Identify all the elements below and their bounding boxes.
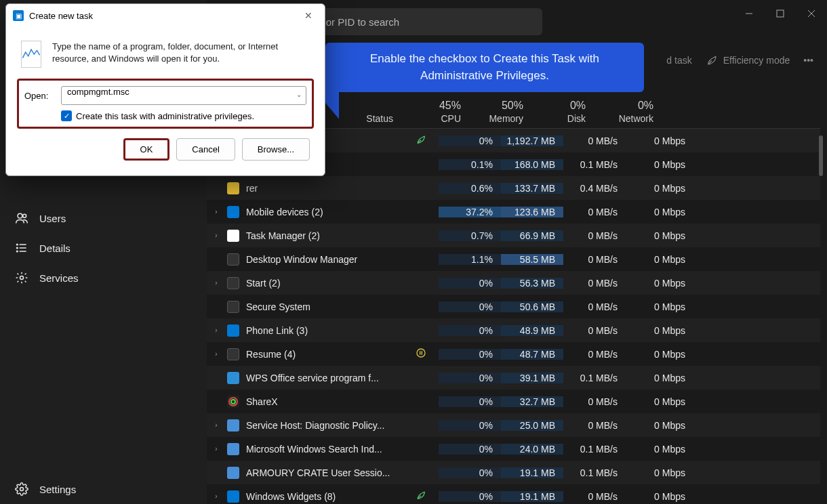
header-network[interactable]: 0%Network	[594, 100, 662, 124]
expand-chevron-icon[interactable]: ›	[212, 208, 220, 215]
cell-cpu: 0.6%	[439, 183, 501, 194]
process-icon	[227, 301, 239, 313]
minimize-button[interactable]	[733, 0, 765, 27]
table-row[interactable]: ›Resume (4)0%48.7 MB0 MB/s0 Mbps	[207, 342, 820, 366]
table-row[interactable]: ›Start (2)0%56.3 MB0 MB/s0 Mbps	[207, 271, 820, 295]
expand-chevron-icon[interactable]: ›	[212, 279, 220, 287]
sidebar-item-services[interactable]: Services	[0, 263, 207, 293]
table-row[interactable]: ShareX0%32.7 MB0 MB/s0 Mbps	[207, 390, 820, 413]
svg-point-17	[229, 398, 237, 406]
table-row[interactable]: ARMOURY CRATE User Sessio...0%19.1 MB0.1…	[207, 461, 820, 484]
header-memory[interactable]: ⌄50%Memory	[469, 89, 531, 124]
sidebar-item-settings[interactable]: Settings	[0, 474, 207, 504]
table-row[interactable]: ›Microsoft Windows Search Ind...0%24.0 M…	[207, 437, 820, 461]
list-icon	[15, 241, 28, 255]
cell-disk: 0 MB/s	[563, 491, 626, 502]
cell-disk: 0.1 MB/s	[563, 159, 626, 170]
cell-cpu: 0%	[439, 467, 501, 478]
process-name: Service Host: Diagnostic Policy...	[246, 420, 384, 431]
process-name: WPS Office service program f...	[246, 373, 379, 383]
table-row[interactable]: ›Task Manager (2)0.7%66.9 MB0 MB/s0 Mbps	[207, 224, 820, 247]
process-name: Desktop Window Manager	[246, 254, 357, 265]
cell-net: 0 Mbps	[626, 325, 693, 336]
process-icon	[227, 372, 239, 384]
svg-point-11	[17, 251, 18, 252]
svg-point-18	[231, 400, 235, 404]
cell-disk: 0 MB/s	[563, 420, 626, 431]
dialog-title: Create new task	[29, 11, 93, 21]
cell-mem: 25.0 MB	[501, 420, 563, 431]
cell-net: 0 Mbps	[626, 396, 693, 407]
run-task-button[interactable]: d task	[666, 55, 691, 66]
cell-mem: 48.9 MB	[501, 325, 563, 336]
header-disk[interactable]: 0%Disk	[531, 100, 594, 124]
cell-disk: 0 MB/s	[563, 301, 626, 312]
dialog-close-button[interactable]: ✕	[299, 7, 318, 24]
cell-cpu: 0.1%	[439, 159, 501, 170]
svg-point-14	[417, 349, 425, 357]
process-name: Windows Widgets (8)	[246, 491, 336, 502]
cell-cpu: 37.2%	[439, 207, 501, 217]
instruction-tooltip: Enable the checkbox to Create this Task …	[325, 43, 644, 92]
table-row[interactable]: ›Phone Link (3)0%48.9 MB0 MB/s0 Mbps	[207, 318, 820, 342]
svg-point-4	[18, 213, 22, 218]
process-name: ARMOURY CRATE User Sessio...	[246, 467, 390, 478]
run-large-icon	[21, 41, 41, 68]
process-name: ShareX	[246, 396, 278, 407]
toolbar: d task Efficiency mode •••	[666, 54, 813, 66]
status-cell	[403, 134, 439, 147]
table-row[interactable]: ›Service Host: Diagnostic Policy...0%25.…	[207, 413, 820, 437]
efficiency-mode-button[interactable]: Efficiency mode	[706, 54, 790, 66]
status-cell	[403, 348, 439, 360]
table-row[interactable]: ›Windows Widgets (8)0%19.1 MB0 MB/s0 Mbp…	[207, 484, 820, 504]
ok-button[interactable]: OK	[123, 138, 170, 161]
cell-mem: 32.7 MB	[501, 396, 563, 407]
sidebar-item-details[interactable]: Details	[0, 233, 207, 263]
process-icon	[227, 324, 239, 337]
cell-cpu: 0%	[439, 349, 501, 360]
cell-net: 0 Mbps	[626, 183, 693, 194]
cell-cpu: 0%	[439, 396, 501, 407]
leaf-icon	[706, 54, 718, 66]
cancel-button[interactable]: Cancel	[176, 138, 235, 161]
expand-chevron-icon[interactable]: ›	[212, 232, 220, 239]
table-row[interactable]: Desktop Window Manager1.1%58.5 MB0 MB/s0…	[207, 247, 820, 271]
expand-chevron-icon[interactable]: ›	[212, 445, 220, 453]
sidebar-item-users[interactable]: Users	[0, 203, 207, 233]
dialog-titlebar: ▣ Create new task ✕	[6, 4, 325, 26]
admin-checkbox-row[interactable]: ✓ Create this task with administrative p…	[61, 110, 306, 121]
table-row[interactable]: ›Mobile devices (2)37.2%123.6 MB0 MB/s0 …	[207, 200, 820, 224]
users-icon	[15, 211, 28, 225]
dialog-form-highlight: Open: compmgmt.msc ⌄ ✓ Create this task …	[17, 79, 314, 129]
expand-chevron-icon[interactable]: ›	[212, 421, 220, 429]
open-input[interactable]: compmgmt.msc ⌄	[61, 86, 306, 105]
process-icon	[227, 277, 239, 289]
expand-chevron-icon[interactable]: ›	[212, 327, 220, 334]
open-label: Open:	[24, 91, 52, 101]
more-button[interactable]: •••	[803, 55, 813, 66]
chevron-down-icon[interactable]: ⌄	[296, 91, 302, 98]
browse-button[interactable]: Browse...	[242, 138, 310, 161]
process-name: Mobile devices (2)	[246, 207, 323, 217]
table-row[interactable]: Secure System0%50.6 MB0 MB/s0 Mbps	[207, 295, 820, 318]
cell-mem: 168.0 MB	[501, 159, 563, 170]
admin-checkbox[interactable]: ✓	[61, 110, 72, 121]
expand-chevron-icon[interactable]: ›	[212, 350, 220, 358]
close-button[interactable]	[796, 0, 827, 27]
pause-icon	[416, 348, 426, 358]
cell-cpu: 0%	[439, 444, 501, 455]
process-icon	[227, 230, 239, 242]
leaf-icon	[416, 134, 426, 145]
process-icon	[227, 443, 239, 455]
table-row[interactable]: rer0.6%133.7 MB0.4 MB/s0 Mbps	[207, 176, 820, 200]
cell-mem: 24.0 MB	[501, 444, 563, 455]
svg-point-10	[17, 247, 18, 249]
process-name: Task Manager (2)	[246, 230, 320, 241]
header-cpu[interactable]: 45%CPU	[407, 100, 469, 124]
svg-point-13	[20, 488, 24, 491]
maximize-button[interactable]	[765, 0, 796, 27]
scrollbar-thumb[interactable]	[819, 135, 823, 176]
expand-chevron-icon[interactable]: ›	[212, 492, 220, 500]
table-row[interactable]: WPS Office service program f...0%39.1 MB…	[207, 366, 820, 390]
cell-mem: 48.7 MB	[501, 349, 563, 360]
